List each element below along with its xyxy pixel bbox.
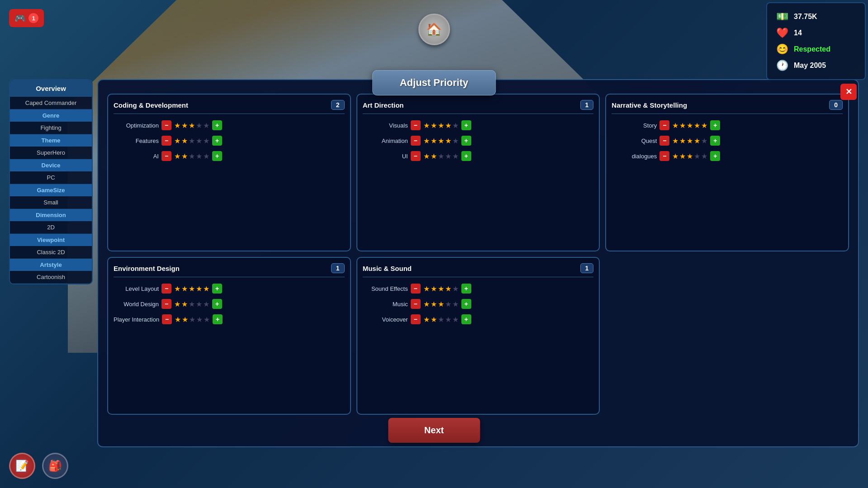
plus-button-coding-2[interactable]: + <box>212 151 222 161</box>
sidebar-item-small[interactable]: Small <box>10 196 92 209</box>
category-card-narrative: Narrative & Storytelling 0 Story − ★★★★★… <box>605 94 849 251</box>
card-header-environment: Environment Design 1 <box>114 263 345 277</box>
card-badge-art: 1 <box>580 100 594 110</box>
star-filled: ★ <box>672 121 678 130</box>
notes-button[interactable]: 📝 <box>9 453 35 479</box>
minus-button-environment-0[interactable]: − <box>161 284 171 294</box>
skill-name-art-1: Animation <box>363 137 408 144</box>
minus-button-art-2[interactable]: − <box>411 151 421 161</box>
stars-music-0: ★★★★★ <box>423 284 459 293</box>
notes-icon: 📝 <box>15 460 29 472</box>
card-badge-coding: 2 <box>331 100 345 110</box>
card-title-environment: Environment Design <box>114 265 180 272</box>
card-title-art: Art Direction <box>363 101 404 109</box>
star-filled: ★ <box>431 121 437 130</box>
money-value: 37.75K <box>794 13 817 21</box>
star-filled: ★ <box>438 284 444 293</box>
sidebar-item-pc[interactable]: PC <box>10 171 92 184</box>
star-filled: ★ <box>431 315 437 324</box>
star-filled: ★ <box>679 152 686 161</box>
plus-button-environment-2[interactable]: + <box>213 314 223 324</box>
star-empty: ★ <box>701 137 707 145</box>
category-card-music: Music & Sound 1 Sound Effects − ★★★★★ + … <box>356 257 600 415</box>
next-button[interactable]: Next <box>388 418 480 443</box>
plus-button-music-1[interactable]: + <box>461 299 471 309</box>
minus-button-narrative-2[interactable]: − <box>659 151 669 161</box>
plus-button-narrative-0[interactable]: + <box>710 120 720 130</box>
card-badge-narrative: 0 <box>829 100 843 110</box>
minus-button-music-2[interactable]: − <box>411 314 421 324</box>
star-filled: ★ <box>438 300 444 308</box>
sidebar-item-classic2d[interactable]: Classic 2D <box>10 246 92 259</box>
minus-button-narrative-1[interactable]: − <box>659 136 669 146</box>
notification-badge[interactable]: 🎮 1 <box>9 9 44 27</box>
star-filled: ★ <box>438 121 444 130</box>
sidebar-section-gamesize: GameSize <box>10 184 92 196</box>
stars-music-1: ★★★★★ <box>423 300 459 308</box>
close-button[interactable]: ✕ <box>840 84 857 100</box>
minus-button-coding-1[interactable]: − <box>161 136 171 146</box>
star-empty: ★ <box>452 284 459 293</box>
sidebar-item-cartoonish[interactable]: Cartoonish <box>10 271 92 284</box>
notification-count: 1 <box>28 13 38 23</box>
star-filled: ★ <box>445 137 451 145</box>
star-filled: ★ <box>174 284 180 293</box>
skill-name-environment-2: Player Interaction <box>114 316 159 323</box>
star-empty: ★ <box>203 137 209 145</box>
star-empty: ★ <box>189 315 195 324</box>
star-empty: ★ <box>196 121 202 130</box>
minus-button-art-0[interactable]: − <box>411 120 421 130</box>
plus-button-coding-1[interactable]: + <box>212 136 222 146</box>
skill-row-music-0: Sound Effects − ★★★★★ + <box>363 283 594 294</box>
minus-button-narrative-0[interactable]: − <box>659 120 669 130</box>
minus-button-music-1[interactable]: − <box>411 299 421 309</box>
sidebar-item-superhero[interactable]: SuperHero <box>10 147 92 159</box>
home-icon: 🏠 <box>426 22 442 37</box>
star-empty: ★ <box>203 121 209 130</box>
sidebar-item-2d[interactable]: 2D <box>10 221 92 234</box>
skill-row-art-2: UI − ★★★★★ + <box>363 150 594 162</box>
skill-name-narrative-0: Story <box>612 122 657 129</box>
plus-button-art-2[interactable]: + <box>461 151 471 161</box>
skill-row-environment-2: Player Interaction − ★★★★★ + <box>114 313 345 325</box>
minus-button-coding-2[interactable]: − <box>161 151 171 161</box>
category-card-art: Art Direction 1 Visuals − ★★★★★ + Animat… <box>356 94 600 251</box>
star-empty: ★ <box>204 315 210 324</box>
minus-button-art-1[interactable]: − <box>411 136 421 146</box>
notification-icon: 🎮 <box>14 13 26 24</box>
star-empty: ★ <box>701 152 707 161</box>
skill-row-music-1: Music − ★★★★★ + <box>363 298 594 310</box>
minus-button-coding-0[interactable]: − <box>161 120 171 130</box>
money-row: 💵 37.75K <box>776 9 856 25</box>
home-button[interactable]: 🏠 <box>418 14 450 45</box>
plus-button-coding-0[interactable]: + <box>212 120 222 130</box>
star-filled: ★ <box>182 315 188 324</box>
star-filled: ★ <box>181 137 188 145</box>
stars-music-2: ★★★★★ <box>423 315 459 324</box>
reputation-icon: 😊 <box>776 43 788 55</box>
star-filled: ★ <box>431 152 437 161</box>
plus-button-music-2[interactable]: + <box>461 314 471 324</box>
sidebar-item-fighting[interactable]: Fighting <box>10 122 92 134</box>
card-header-art: Art Direction 1 <box>363 100 594 114</box>
minus-button-environment-1[interactable]: − <box>161 299 171 309</box>
plus-button-environment-1[interactable]: + <box>212 299 222 309</box>
star-empty: ★ <box>452 152 459 161</box>
star-filled: ★ <box>701 121 707 130</box>
plus-button-narrative-1[interactable]: + <box>710 136 720 146</box>
plus-button-art-0[interactable]: + <box>461 120 471 130</box>
star-filled: ★ <box>423 300 430 308</box>
star-filled: ★ <box>189 121 195 130</box>
plus-button-narrative-2[interactable]: + <box>710 151 720 161</box>
card-header-narrative: Narrative & Storytelling 0 <box>612 100 843 114</box>
star-filled: ★ <box>431 137 437 145</box>
inventory-button[interactable]: 🎒 <box>42 453 68 479</box>
skill-name-narrative-2: dialogues <box>612 153 657 160</box>
minus-button-music-0[interactable]: − <box>411 284 421 294</box>
minus-button-environment-2[interactable]: − <box>162 314 172 324</box>
plus-button-environment-0[interactable]: + <box>212 284 222 294</box>
star-empty: ★ <box>445 315 451 324</box>
plus-button-music-0[interactable]: + <box>461 284 471 294</box>
plus-button-art-1[interactable]: + <box>461 136 471 146</box>
star-filled: ★ <box>672 152 678 161</box>
